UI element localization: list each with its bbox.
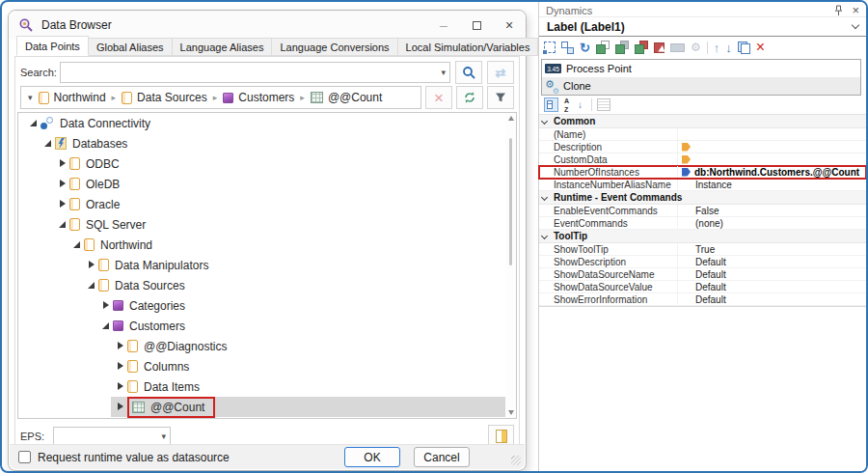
categorized-view-icon[interactable] — [544, 97, 558, 112]
bring-forward-icon[interactable] — [596, 41, 610, 54]
expander-closed-icon[interactable] — [115, 361, 127, 373]
property-row-showdescription[interactable]: ShowDescription Default — [539, 256, 866, 268]
search-button[interactable] — [455, 61, 482, 84]
expander-closed-icon[interactable] — [115, 341, 127, 352]
property-row-instancenumberaliasname[interactable]: InstanceNumberAliasName Instance — [539, 179, 866, 191]
list-item-clone[interactable]: Clone — [542, 77, 860, 95]
property-row-showerrorinformation[interactable]: ShowErrorInformation Default — [539, 293, 866, 306]
expander-closed-icon[interactable] — [86, 260, 98, 271]
data-tree[interactable]: Data Connectivity Databases ODBC OleDB O… — [17, 112, 517, 419]
runtime-value-checkbox[interactable] — [18, 451, 31, 463]
minimize-button[interactable]: – — [427, 12, 460, 39]
tree-item-columns[interactable]: Columns — [18, 356, 516, 376]
swap-button[interactable]: ⇄ — [487, 61, 514, 84]
copy-icon[interactable] — [738, 42, 750, 54]
expander-open-icon[interactable] — [71, 239, 84, 251]
tree-item-categories[interactable]: Categories — [18, 295, 516, 316]
breadcrumb[interactable]: ▾ Northwind ▸ Data Sources ▸ Customers ▸… — [20, 86, 421, 109]
resize-grip[interactable] — [511, 456, 521, 465]
dynamics-toolbar: ↻ ⚙ ↑ ↓ × — [539, 37, 866, 56]
property-row-numberofinstances[interactable]: NumberOfInstances db:Northwind.Customers… — [539, 166, 866, 179]
breadcrumb-item-count[interactable]: @@Count — [311, 91, 382, 104]
tree-item-data-items[interactable]: Data Items — [18, 376, 516, 397]
category-tooltip[interactable]: ToolTip — [539, 230, 866, 243]
property-row-showtooltip[interactable]: ShowToolTip True — [539, 243, 866, 256]
expander-closed-icon[interactable] — [115, 381, 127, 393]
breadcrumb-item-customers[interactable]: Customers — [223, 91, 294, 104]
property-row-name[interactable]: (Name) — [539, 128, 866, 141]
scrollbar-thumb[interactable] — [509, 138, 512, 265]
tree-item-oracle[interactable]: Oracle — [18, 194, 516, 214]
property-row-showdatasourcevalue[interactable]: ShowDataSourceValue Default — [539, 281, 866, 293]
tab-local-simulation-variables[interactable]: Local Simulation/Variables — [397, 38, 539, 56]
tab-global-aliases[interactable]: Global Aliases — [88, 38, 173, 56]
category-common[interactable]: Common — [539, 115, 866, 128]
close-button[interactable]: × — [493, 12, 526, 39]
tab-language-aliases[interactable]: Language Aliases — [172, 38, 273, 56]
pick-object-icon[interactable] — [654, 42, 665, 53]
move-up-icon[interactable]: ↑ — [714, 42, 720, 54]
expander-closed-icon[interactable] — [57, 179, 69, 190]
property-row-enableeventcommands[interactable]: EnableEventCommands False — [539, 205, 866, 217]
tree-item-count-selected[interactable]: @@Count — [18, 397, 516, 417]
replace-dynamic-icon[interactable] — [635, 41, 648, 54]
breadcrumb-item-data-sources[interactable]: Data Sources — [122, 91, 207, 104]
select-region-icon[interactable] — [544, 42, 556, 53]
tree-item-diagnostics[interactable]: @@Diagnostics — [18, 336, 516, 356]
scroll-up-icon[interactable] — [508, 116, 514, 121]
dynamic-object-selector[interactable]: Label (Label1) — [539, 17, 866, 37]
panel-close-icon[interactable]: × — [852, 4, 859, 16]
tree-item-oledb[interactable]: OleDB — [18, 174, 516, 194]
chevron-down-icon[interactable]: ▾ — [161, 432, 166, 441]
tree-item-odbc[interactable]: ODBC — [18, 153, 516, 174]
expander-closed-icon[interactable] — [115, 402, 127, 413]
tree-item-databases[interactable]: Databases — [18, 133, 516, 153]
expander-closed-icon[interactable] — [100, 300, 113, 312]
tree-item-data-sources[interactable]: Data Sources — [18, 275, 516, 295]
maximize-button[interactable] — [460, 12, 493, 39]
pin-icon[interactable] — [834, 5, 843, 16]
breadcrumb-row: ▾ Northwind ▸ Data Sources ▸ Customers ▸… — [17, 85, 517, 110]
tree-item-data-manipulators[interactable]: Data Manipulators — [18, 255, 516, 275]
expander-closed-icon[interactable] — [57, 158, 69, 170]
ok-button[interactable]: OK — [344, 447, 400, 467]
expander-open-icon[interactable] — [100, 320, 113, 332]
expander-open-icon[interactable] — [57, 219, 69, 231]
filter-button[interactable] — [487, 86, 514, 109]
list-item-process-point[interactable]: 3.45 Process Point — [542, 60, 860, 77]
property-row-customdata[interactable]: CustomData — [539, 153, 866, 166]
tab-data-points[interactable]: Data Points — [16, 36, 89, 56]
clear-button[interactable]: × — [425, 86, 452, 109]
property-row-showdatasourcename[interactable]: ShowDataSourceName Default — [539, 268, 866, 281]
chevron-down-icon[interactable]: ▾ — [441, 69, 446, 77]
tree-scrollbar[interactable] — [505, 113, 516, 418]
connect-shapes-icon[interactable] — [561, 42, 574, 54]
tree-item-data-connectivity[interactable]: Data Connectivity — [18, 113, 516, 133]
tab-language-conversions[interactable]: Language Conversions — [271, 38, 397, 56]
cancel-button[interactable]: Cancel — [414, 447, 470, 467]
property-row-description[interactable]: Description — [539, 141, 866, 153]
tree-item-northwind[interactable]: Northwind — [18, 235, 516, 255]
property-grid-toolbar: ↓ — [539, 96, 866, 114]
cube-icon — [113, 320, 123, 331]
category-runtime-event-commands[interactable]: Runtime - Event Commands — [539, 191, 866, 205]
refresh-button[interactable] — [456, 86, 483, 109]
expander-open-icon[interactable] — [42, 138, 55, 150]
breadcrumb-item-northwind[interactable]: Northwind — [39, 91, 106, 104]
expander-closed-icon[interactable] — [57, 199, 69, 210]
send-backward-icon[interactable] — [615, 41, 629, 54]
expander-open-icon[interactable] — [86, 280, 98, 292]
expander-open-icon[interactable] — [28, 118, 41, 129]
search-input[interactable]: ▾ — [60, 62, 450, 83]
dynamics-list[interactable]: 3.45 Process Point Clone — [541, 59, 861, 96]
rotate-icon[interactable]: ↻ — [580, 42, 590, 54]
property-row-eventcommands[interactable]: EventCommands (none) — [539, 217, 866, 230]
chevron-down-icon[interactable]: ▾ — [28, 94, 33, 102]
tree-item-sql-server[interactable]: SQL Server — [18, 214, 516, 235]
move-down-icon[interactable]: ↓ — [725, 42, 732, 54]
delete-icon[interactable]: × — [756, 39, 765, 56]
sort-alphabetical-icon[interactable] — [563, 98, 577, 112]
breadcrumb-separator-icon: ▸ — [213, 93, 218, 102]
tree-item-customers[interactable]: Customers — [18, 316, 516, 336]
scroll-down-icon[interactable] — [508, 410, 514, 415]
